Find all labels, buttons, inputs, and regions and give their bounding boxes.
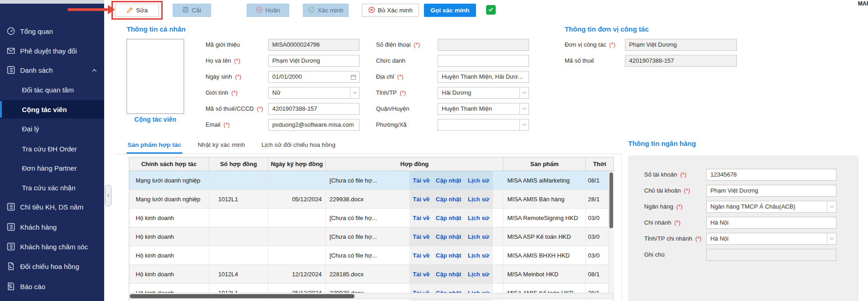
- field-label: Chi nhánh (*): [644, 219, 706, 226]
- call-verify-button[interactable]: Gọi xác minh: [424, 4, 476, 17]
- app-screen: Tổng quan Phê duyệt thay đổi Danh sách Đ…: [0, 0, 868, 301]
- so-tai-khoan-input[interactable]: 12345678: [706, 169, 836, 181]
- ghi-chu-input[interactable]: [706, 249, 836, 261]
- history-link[interactable]: Lịch sử: [464, 190, 493, 208]
- history-link[interactable]: Lịch sử: [464, 171, 493, 189]
- sidebar-item-don-hang-partner[interactable]: Đơn hàng Partner: [0, 159, 104, 177]
- table-row[interactable]: Mạng lưới doanh nghiệp 1012L1 05/12/2024…: [129, 190, 614, 209]
- don-vi-cong-tac-input[interactable]: Phạm Việt Dương: [625, 39, 737, 51]
- verify-button[interactable]: Xác minh: [303, 4, 349, 17]
- chuc-danh-input[interactable]: [438, 55, 529, 67]
- chi-nhanh-input[interactable]: Hà Nội: [706, 217, 836, 229]
- ma-so-thue-dv-input[interactable]: 4201907388-157: [625, 55, 737, 67]
- download-link[interactable]: Tải về: [409, 246, 433, 264]
- table-horizontal-scrollbar[interactable]: [129, 293, 614, 299]
- so-dien-thoai-input[interactable]: [438, 39, 529, 51]
- cell-spacer: [493, 171, 503, 189]
- table-row[interactable]: Mạng lưới doanh nghiệp [Chưa có file hợ.…: [129, 171, 614, 190]
- ma-gioi-thieu-input[interactable]: MISA0000024796: [268, 39, 360, 51]
- chu-tai-khoan-input[interactable]: Phạm Việt Dương: [706, 185, 836, 197]
- history-link[interactable]: Lịch sử: [464, 209, 493, 227]
- verified-checkbox[interactable]: [486, 5, 496, 15]
- field-tinh-tp-chi-nhanh: Tỉnh/TP chi nhánh (*) Hà Nội: [644, 231, 836, 247]
- calendar-icon[interactable]: [350, 74, 356, 81]
- sidebar-item-bao-cao[interactable]: Báo cáo: [0, 277, 104, 296]
- update-link[interactable]: Cập nhật: [433, 209, 464, 227]
- update-link[interactable]: Cập nhật: [433, 190, 464, 208]
- field-chu-tai-khoan: Chủ tài khoản (*) Phạm Việt Dương: [644, 183, 836, 199]
- history-link[interactable]: Lịch sử: [464, 265, 493, 283]
- ho-va-ten-input[interactable]: Phạm Việt Dương: [268, 55, 360, 67]
- sidebar-item-doi-chieu-hoa-hong[interactable]: Đối chiếu hoa hồng: [0, 257, 104, 275]
- quan-huyen-select[interactable]: Huyện Thanh Miện: [438, 103, 529, 115]
- table-row[interactable]: Hộ kinh doanh 1012L4 12/12/2024 228185.d…: [129, 265, 614, 284]
- table-row[interactable]: Hộ kinh doanh [Chưa có file hợ... Tải về…: [129, 246, 614, 265]
- corner-text: MAM: [858, 0, 868, 7]
- photo-upload-box[interactable]: [127, 39, 184, 114]
- sidebar-item-tra-cuu-xac-nhan[interactable]: Tra cứu xác nhận: [0, 178, 104, 197]
- update-link[interactable]: Cập nhật: [433, 265, 464, 283]
- ma-so-thue-cccd-input[interactable]: 4201907388-157: [268, 103, 360, 115]
- email-input[interactable]: pvduong2@software.misa.com: [268, 119, 360, 131]
- field-label: Họ và tên (*): [206, 57, 268, 64]
- tab-lich-su-doi-chieu[interactable]: Lịch sử đối chiếu hoa hồng: [260, 139, 336, 154]
- unverify-button[interactable]: Bỏ Xác minh: [362, 4, 419, 17]
- field-value: Nữ: [272, 89, 281, 96]
- horizontal-scrollbar-thumb[interactable]: [130, 294, 355, 298]
- sidebar-item-khach-hang[interactable]: Khách hàng: [0, 218, 104, 236]
- field-so-tai-khoan: Số tài khoản (*) 12345678: [644, 167, 836, 183]
- table-row[interactable]: Hộ kinh doanh [Chưa có file hợ... Tải về…: [129, 209, 614, 227]
- sidebar-item-tra-cuu-dh-order[interactable]: Tra cứu ĐH Order: [0, 140, 104, 158]
- update-link[interactable]: Cập nhật: [433, 246, 464, 264]
- field-ma-gioi-thieu: Mã giới thiệu MISA0000024796: [206, 37, 360, 53]
- sidebar-item-cong-tac-vien[interactable]: Cộng tác viên: [0, 100, 104, 118]
- ngan-hang-select[interactable]: Ngân hàng TMCP Á Châu(ACB): [706, 201, 836, 213]
- vertical-scrollbar-thumb[interactable]: [609, 172, 613, 228]
- download-link[interactable]: Tải về: [409, 209, 433, 227]
- sidebar-item-doi-tac-quan-tam[interactable]: Đối tác quan tâm: [0, 81, 104, 99]
- table-row[interactable]: Hộ kinh doanh [Chưa có file hợ... Tải về…: [129, 227, 614, 246]
- field-value: Hải Dương: [442, 89, 471, 96]
- cut-button[interactable]: Cắt: [173, 4, 211, 17]
- sidebar-item-tong-quan[interactable]: Tổng quan: [0, 22, 104, 40]
- field-label: Tỉnh/TP chi nhánh (*): [644, 235, 706, 242]
- field-label: Địa chỉ (*): [376, 73, 438, 80]
- ngay-sinh-input[interactable]: 01/01/2000: [268, 71, 360, 83]
- sidebar: Tổng quan Phê duyệt thay đổi Danh sách Đ…: [0, 0, 104, 301]
- sidebar-item-khach-hang-cham-soc[interactable]: Khách hàng chăm sóc: [0, 237, 104, 256]
- cell-policy: Hộ kinh doanh: [129, 246, 209, 264]
- tinh-tp-chi-nhanh-select[interactable]: Hà Nội: [706, 233, 836, 245]
- cell-sign-date: 12/12/2024: [268, 265, 326, 283]
- sidebar-item-danh-sach[interactable]: Danh sách: [0, 61, 104, 79]
- field-label: Ghi chú: [644, 251, 706, 258]
- sidebar-collapse-handle[interactable]: [105, 185, 111, 206]
- field-label: Mã giới thiệu: [206, 41, 268, 48]
- photo-caption-link[interactable]: Cộng tác viên: [127, 116, 184, 123]
- update-link[interactable]: Cập nhật: [433, 227, 464, 246]
- download-link[interactable]: Tải về: [409, 227, 433, 246]
- sidebar-item-phe-duyet[interactable]: Phê duyệt thay đổi: [0, 42, 104, 60]
- call-verify-button-label: Gọi xác minh: [431, 7, 470, 14]
- table-vertical-scrollbar[interactable]: [608, 172, 614, 293]
- edit-button[interactable]: Sửa: [115, 4, 159, 17]
- postpone-button[interactable]: Hoãn: [247, 4, 289, 17]
- field-value: Phạm Việt Dương: [629, 41, 677, 48]
- tinh-tp-select[interactable]: Hải Dương: [438, 87, 529, 99]
- sidebar-item-label: Cộng tác viên: [22, 106, 67, 113]
- download-link[interactable]: Tải về: [409, 190, 433, 208]
- update-link[interactable]: Cập nhật: [433, 171, 464, 189]
- sidebar-item-chi-tieu[interactable]: Chỉ tiêu KH, DS năm: [0, 198, 104, 216]
- circle-check-icon: [308, 6, 315, 15]
- gioi-tinh-select[interactable]: Nữ: [268, 87, 360, 99]
- tab-san-pham-hop-tac[interactable]: Sản phẩm hợp tác: [127, 139, 182, 154]
- phuong-xa-select[interactable]: [438, 119, 529, 131]
- history-link[interactable]: Lịch sử: [464, 246, 493, 264]
- cell-product: MISA ASP Kế toán HKD: [503, 227, 586, 246]
- chevron-down-icon: [519, 119, 529, 130]
- sidebar-item-dai-ly[interactable]: Đại lý: [0, 119, 104, 138]
- dia-chi-input[interactable]: Huyện Thanh Miện, Hải Dươ...: [438, 71, 529, 83]
- download-link[interactable]: Tải về: [409, 171, 433, 189]
- tab-nhat-ky-xac-minh[interactable]: Nhật ký xác minh: [197, 139, 246, 154]
- history-link[interactable]: Lịch sử: [464, 227, 493, 246]
- download-link[interactable]: Tải về: [409, 265, 433, 283]
